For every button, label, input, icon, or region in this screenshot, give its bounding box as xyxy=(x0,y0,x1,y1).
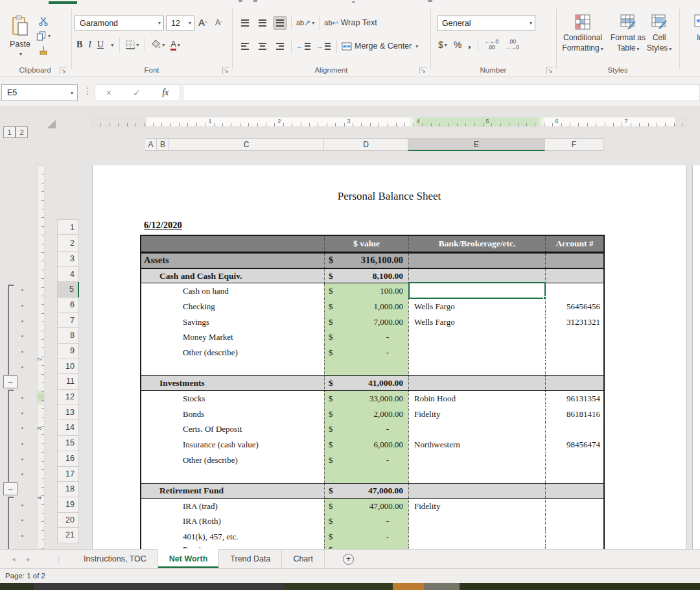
row-header-19[interactable]: 19 xyxy=(57,497,79,513)
row-header-12[interactable]: 12 xyxy=(57,390,79,405)
column-header-C[interactable]: C xyxy=(169,138,324,151)
cut-button[interactable] xyxy=(36,17,51,26)
table-row[interactable]: 401(k), 457, etc.$- xyxy=(141,529,603,545)
row-header-13[interactable]: 13 xyxy=(57,405,79,421)
row-header-18[interactable]: 18 xyxy=(57,482,79,497)
accounting-format-button[interactable]: $▾ xyxy=(438,40,447,50)
formula-input[interactable] xyxy=(183,84,700,101)
decrease-indent-button[interactable]: ← xyxy=(296,41,312,51)
font-name-combo[interactable]: Garamond ▾ xyxy=(75,16,164,30)
sheet-tab-chart[interactable]: Chart xyxy=(282,550,325,568)
shrink-font-button[interactable]: Aˇ xyxy=(215,18,222,27)
table-row[interactable]: Other (describe)$- xyxy=(141,345,603,360)
insert-cells-button[interactable]: Ins xyxy=(686,14,700,43)
table-row[interactable]: Checking$1,000.00Wells Fargo56456456 xyxy=(141,299,603,314)
column-header-D[interactable]: D xyxy=(324,138,408,151)
row-header-17[interactable]: 17 xyxy=(57,467,79,482)
cancel-button[interactable]: × xyxy=(106,88,111,98)
font-color-button[interactable]: A ▾ xyxy=(170,40,180,51)
font-dialog-launcher[interactable]: ↘ xyxy=(222,67,229,74)
bold-button[interactable]: B xyxy=(76,40,82,50)
orientation-button[interactable]: ab ↗ ▾ xyxy=(296,18,314,27)
table-row[interactable]: Savings$7,000.00Wells Fargo31231321 xyxy=(141,314,603,330)
sheet-tab-net-worth[interactable]: Net Worth xyxy=(158,549,220,568)
row-header-15[interactable]: 15 xyxy=(57,436,79,451)
merge-center-button[interactable]: Merge & Center ▾ xyxy=(342,41,418,51)
number-dialog-launcher[interactable]: ↘ xyxy=(546,67,554,74)
row-header-3[interactable]: 3 xyxy=(57,252,79,267)
column-header-A[interactable]: A xyxy=(145,138,157,151)
table-row[interactable]: Investments$41,000.00 xyxy=(141,375,603,391)
row-header-4[interactable]: 4 xyxy=(57,267,79,283)
italic-button[interactable]: I xyxy=(88,40,91,50)
insert-function-button[interactable]: fx xyxy=(162,88,169,98)
table-row[interactable]: Retirement Fund$47,000.00 xyxy=(141,483,603,499)
alignment-dialog-launcher[interactable]: ↘ xyxy=(419,67,426,74)
table-row[interactable] xyxy=(141,360,603,376)
table-row[interactable]: Bonds$2,000.00Fidelity86181416 xyxy=(141,407,603,422)
format-painter-button[interactable] xyxy=(36,46,51,55)
top-align-button[interactable] xyxy=(239,17,251,29)
row-header-11[interactable]: 11 xyxy=(57,374,79,390)
enter-button[interactable]: ✓ xyxy=(133,88,141,98)
fill-handle[interactable] xyxy=(543,296,546,300)
next-sheet-button[interactable]: ▸ xyxy=(27,555,31,563)
increase-decimal-button[interactable]: ←←0.00 xyxy=(485,39,499,51)
paste-button[interactable]: Paste ▾ xyxy=(6,16,34,65)
align-left-button[interactable] xyxy=(239,40,251,53)
prev-sheet-button[interactable]: ◂ xyxy=(12,555,16,563)
table-row[interactable]: Cash and Cash Equiv.$8,100.00 xyxy=(141,268,603,284)
table-row[interactable]: Assets$316,100.00 xyxy=(141,253,603,268)
selected-cell-E5[interactable] xyxy=(408,282,546,299)
collapse-group-button[interactable]: – xyxy=(3,375,18,388)
sheet-tab-trend-data[interactable]: Trend Data xyxy=(219,550,282,568)
row-header-8[interactable]: 8 xyxy=(57,328,79,344)
table-row[interactable]: IRA (Roth)$- xyxy=(141,513,603,529)
conditional-formatting-button[interactable]: Conditional Formatting▾ xyxy=(559,14,607,54)
copy-button[interactable]: ▾ xyxy=(36,31,51,41)
row-header-5[interactable]: 5 xyxy=(57,282,79,298)
row-header-6[interactable]: 6 xyxy=(57,298,79,313)
table-row[interactable]: Stocks$33,000.00Robin Hood96131354 xyxy=(141,391,603,407)
table-row[interactable]: IRA (trad)$47,000.00Fidelity xyxy=(141,499,603,514)
row-header-14[interactable]: 14 xyxy=(57,420,79,436)
align-right-button[interactable] xyxy=(274,40,286,53)
table-row[interactable] xyxy=(141,467,603,483)
row-header-9[interactable]: 9 xyxy=(57,344,79,359)
table-row[interactable]: Money Market$- xyxy=(141,329,603,345)
vertical-ruler[interactable]: 234 xyxy=(37,165,45,549)
row-header-20[interactable]: 20 xyxy=(57,513,79,528)
increase-indent-button[interactable]: → xyxy=(316,41,332,51)
align-center-button[interactable] xyxy=(256,40,269,53)
new-sheet-button[interactable]: + xyxy=(343,550,354,568)
sheet-tab-instructions-toc[interactable]: Instructions, TOC xyxy=(73,550,158,568)
outline-level-button-1[interactable]: 1 xyxy=(3,126,16,138)
borders-button[interactable]: ▾ xyxy=(126,40,139,49)
cell-styles-button[interactable]: Cell Styles▾ xyxy=(640,14,678,54)
underline-button[interactable]: U xyxy=(97,40,104,50)
horizontal-ruler[interactable]: 1234567 xyxy=(92,117,686,127)
row-header-7[interactable]: 7 xyxy=(57,313,79,329)
decrease-decimal-button[interactable]: .00→→0 xyxy=(505,39,519,51)
row-header-16[interactable]: 16 xyxy=(57,451,79,467)
percent-style-button[interactable]: % xyxy=(454,40,461,50)
comma-style-button[interactable]: , xyxy=(468,38,471,51)
grow-font-button[interactable]: A^ xyxy=(198,17,207,28)
column-header-E[interactable]: E xyxy=(408,138,545,151)
number-format-combo[interactable]: General ▾ xyxy=(437,16,535,30)
row-header-2[interactable]: 2 xyxy=(57,235,79,252)
fill-color-button[interactable]: ▾ xyxy=(151,40,165,49)
name-box[interactable]: E5 ▾ xyxy=(1,84,78,101)
collapse-group-button[interactable]: – xyxy=(3,482,18,495)
table-row[interactable]: Other (describe)$- xyxy=(141,453,603,468)
bottom-align-button[interactable] xyxy=(274,17,286,29)
column-header-F[interactable]: F xyxy=(545,138,603,151)
clipboard-dialog-launcher[interactable]: ↘ xyxy=(60,67,67,74)
table-row[interactable]: Insurance (cash value)$6,000.00Northwest… xyxy=(141,437,603,453)
column-header-B[interactable]: B xyxy=(157,138,169,151)
table-row[interactable]: Certs. Of Deposit$- xyxy=(141,421,603,437)
font-size-combo[interactable]: 12 ▾ xyxy=(166,16,194,30)
outline-level-button-2[interactable]: 2 xyxy=(16,126,28,138)
row-header-10[interactable]: 10 xyxy=(57,359,79,375)
row-header-21[interactable]: 21 xyxy=(57,528,79,543)
